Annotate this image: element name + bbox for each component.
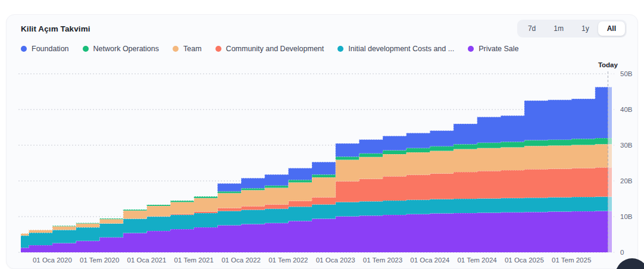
range-button-7d[interactable]: 7d <box>519 21 545 36</box>
legend-item-community_development[interactable]: Community and Development <box>215 45 324 53</box>
legend-item-network_operations[interactable]: Network Operations <box>83 45 159 53</box>
unlock-chart[interactable]: 010B20B30B40B50BToday01 Oca 202001 Tem 2… <box>0 60 644 269</box>
card-header: Kilit Açım Takvimi 7d1m1yAll <box>7 15 637 37</box>
legend-item-team[interactable]: Team <box>173 45 202 53</box>
y-axis-labels: 010B20B30B40B50B <box>620 70 633 256</box>
legend-dot-private_sale <box>468 46 474 52</box>
x-axis-labels: 01 Oca 202001 Tem 202001 Oca 202101 Tem … <box>33 257 591 264</box>
legend-item-private_sale[interactable]: Private Sale <box>468 45 518 53</box>
svg-text:01 Tem 2025: 01 Tem 2025 <box>552 257 591 264</box>
range-button-all[interactable]: All <box>598 21 625 36</box>
svg-text:50B: 50B <box>620 70 633 77</box>
svg-text:01 Oca 2020: 01 Oca 2020 <box>33 257 72 264</box>
legend-dot-team <box>173 46 179 52</box>
legend-label: Private Sale <box>479 45 518 53</box>
range-button-group: 7d1m1yAll <box>517 20 627 37</box>
legend-dot-community_development <box>215 46 221 52</box>
legend-item-initial_development[interactable]: Initial development Costs and ... <box>337 45 454 53</box>
svg-text:01 Tem 2020: 01 Tem 2020 <box>80 257 119 264</box>
svg-text:01 Tem 2022: 01 Tem 2022 <box>268 257 308 264</box>
legend-label: Network Operations <box>93 45 159 53</box>
range-button-1y[interactable]: 1y <box>573 21 598 36</box>
svg-text:01 Tem 2024: 01 Tem 2024 <box>457 257 497 264</box>
page-title: Kilit Açım Takvimi <box>21 24 90 33</box>
range-button-1m[interactable]: 1m <box>545 21 573 36</box>
legend-label: Team <box>183 45 202 53</box>
svg-text:10B: 10B <box>620 213 633 220</box>
chart-legend: FoundationNetwork OperationsTeamCommunit… <box>7 37 637 53</box>
future-fade-overlay <box>608 70 612 254</box>
legend-dot-initial_development <box>337 46 343 52</box>
svg-text:01 Tem 2023: 01 Tem 2023 <box>363 257 402 264</box>
svg-text:01 Oca 2021: 01 Oca 2021 <box>127 257 167 264</box>
legend-item-foundation[interactable]: Foundation <box>21 45 69 53</box>
svg-text:20B: 20B <box>620 177 633 184</box>
legend-label: Foundation <box>32 45 69 53</box>
svg-text:01 Oca 2022: 01 Oca 2022 <box>221 257 261 264</box>
today-label: Today <box>598 61 618 68</box>
legend-label: Initial development Costs and ... <box>348 45 454 53</box>
svg-text:40B: 40B <box>620 106 633 113</box>
svg-text:01 Oca 2025: 01 Oca 2025 <box>505 257 544 264</box>
legend-dot-foundation <box>21 46 27 52</box>
svg-text:30B: 30B <box>620 142 633 149</box>
svg-text:0: 0 <box>620 249 624 256</box>
unlock-chart-svg[interactable]: 010B20B30B40B50BToday01 Oca 202001 Tem 2… <box>0 60 644 269</box>
svg-text:01 Oca 2023: 01 Oca 2023 <box>316 257 355 264</box>
svg-text:01 Oca 2024: 01 Oca 2024 <box>410 257 449 264</box>
svg-text:01 Tem 2021: 01 Tem 2021 <box>174 257 214 264</box>
legend-dot-network_operations <box>83 46 89 52</box>
legend-label: Community and Development <box>226 45 324 53</box>
stacked-areas <box>21 87 612 252</box>
